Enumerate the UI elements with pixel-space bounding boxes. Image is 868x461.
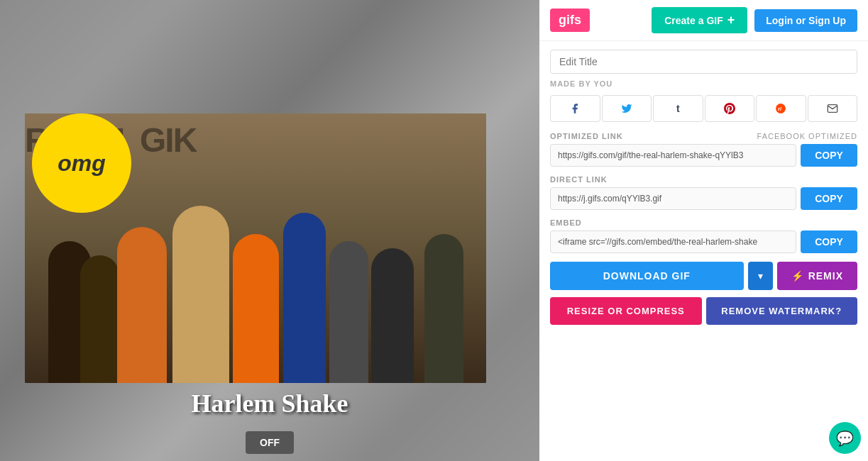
direct-link-label: DIRECT LINK bbox=[550, 175, 608, 184]
gif-title-overlay: Harlem Shake bbox=[192, 389, 348, 418]
lightning-icon: ⚡ bbox=[791, 270, 804, 282]
fb-optimized-label: FACEBOOK OPTIMIZED bbox=[757, 132, 857, 140]
tumblr-share-button[interactable]: t bbox=[653, 95, 703, 122]
optimized-link-row: https://gifs.com/gif/the-real-harlem-sha… bbox=[550, 144, 857, 167]
resize-watermark-row: RESIZE OR COMPRESS REMOVE WATERMARK? bbox=[550, 297, 857, 325]
copy-optimized-button[interactable]: COPY bbox=[801, 144, 857, 167]
omg-circle: omg bbox=[32, 113, 131, 213]
email-share-button[interactable] bbox=[808, 95, 858, 122]
remix-button[interactable]: ⚡ REMIX bbox=[777, 262, 857, 290]
direct-link-input[interactable]: https://j.gifs.com/qYYlB3.gif bbox=[550, 187, 796, 210]
twitter-share-button[interactable] bbox=[602, 95, 652, 122]
optimized-link-header: OPTIMIZED LINK FACEBOOK OPTIMIZED bbox=[550, 132, 857, 140]
copy-embed-button[interactable]: COPY bbox=[801, 230, 857, 253]
edit-title-input[interactable] bbox=[550, 50, 857, 74]
pinterest-share-button[interactable] bbox=[705, 95, 755, 122]
logo[interactable]: gifs bbox=[550, 9, 590, 32]
download-gif-button[interactable]: DOWNLOAD GIF bbox=[550, 262, 744, 290]
reddit-share-button[interactable]: r/ bbox=[756, 95, 806, 122]
chat-bubble-button[interactable]: 💬 bbox=[829, 422, 861, 454]
svg-text:r/: r/ bbox=[778, 106, 782, 112]
embed-input[interactable]: <iframe src='//gifs.com/embed/the-real-h… bbox=[550, 230, 796, 253]
plus-icon: + bbox=[727, 13, 735, 28]
optimized-link-label: OPTIMIZED LINK bbox=[550, 132, 623, 140]
copy-direct-button[interactable]: COPY bbox=[801, 187, 857, 210]
login-button[interactable]: Login or Sign Up bbox=[754, 9, 857, 32]
direct-link-header: DIRECT LINK bbox=[550, 175, 857, 184]
chevron-down-icon: ▾ bbox=[758, 270, 763, 282]
optimized-link-input[interactable]: https://gifs.com/gif/the-real-harlem-sha… bbox=[550, 144, 796, 167]
facebook-share-button[interactable] bbox=[550, 95, 600, 122]
content-area: MADE BY YOU t r/ OPTIM bbox=[539, 41, 868, 333]
remove-watermark-button[interactable]: REMOVE WATERMARK? bbox=[706, 297, 858, 325]
gif-preview-panel: RLEMI GIK omg Harlem Shake OFF bbox=[0, 0, 539, 461]
chat-icon: 💬 bbox=[836, 430, 854, 447]
embed-header: EMBED bbox=[550, 218, 857, 227]
off-badge: OFF bbox=[246, 431, 294, 454]
create-gif-button[interactable]: Create a GIF + bbox=[652, 7, 747, 33]
embed-row: <iframe src='//gifs.com/embed/the-real-h… bbox=[550, 230, 857, 253]
embed-label: EMBED bbox=[550, 218, 582, 227]
right-panel: gifs Create a GIF + Login or Sign Up MAD… bbox=[539, 0, 868, 461]
made-by-label: MADE BY YOU bbox=[550, 79, 857, 88]
resize-compress-button[interactable]: RESIZE OR COMPRESS bbox=[550, 297, 702, 325]
download-remix-row: DOWNLOAD GIF ▾ ⚡ REMIX bbox=[550, 262, 857, 290]
embed-section: EMBED <iframe src='//gifs.com/embed/the-… bbox=[550, 218, 857, 253]
header: gifs Create a GIF + Login or Sign Up bbox=[539, 0, 868, 41]
direct-link-row: https://j.gifs.com/qYYlB3.gif COPY bbox=[550, 187, 857, 210]
social-share-row: t r/ bbox=[550, 95, 857, 122]
download-options-button[interactable]: ▾ bbox=[748, 262, 773, 290]
optimized-link-section: OPTIMIZED LINK FACEBOOK OPTIMIZED https:… bbox=[550, 132, 857, 167]
direct-link-section: DIRECT LINK https://j.gifs.com/qYYlB3.gi… bbox=[550, 175, 857, 210]
